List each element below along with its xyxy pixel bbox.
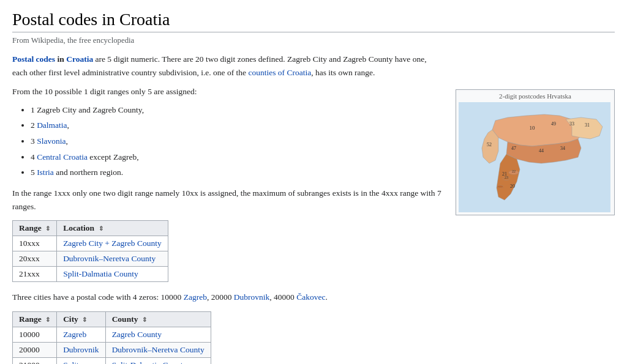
main-content: Postal codes in Croatia are 5 digit nume… xyxy=(12,53,443,364)
split-dalmatia-link[interactable]: Split-Dalmatia County xyxy=(63,269,138,278)
svg-text:44: 44 xyxy=(539,148,544,154)
table2-county-header[interactable]: County ⇕ xyxy=(105,311,211,327)
intro-text2: , has its own range. xyxy=(311,68,375,77)
svg-text:47: 47 xyxy=(511,146,516,151)
t2-city: Dubrovnik xyxy=(57,342,106,357)
table2-city-header[interactable]: City ⇕ xyxy=(57,311,106,327)
split-link[interactable]: Split xyxy=(63,360,79,364)
list-para: From the 10 possible 1 digit ranges only… xyxy=(12,85,443,98)
list-item: 1 Zagreb City and Zagreb County, xyxy=(31,102,443,118)
table1: Range ⇕ Location ⇕ 10xxx Zagreb City + Z… xyxy=(12,220,168,282)
svg-text:31: 31 xyxy=(585,122,590,128)
t1-range: 10xxx xyxy=(13,236,57,251)
list-item: 2 Dalmatia, xyxy=(31,117,443,133)
map-title: 2-digit postcodes Hrvatska xyxy=(459,92,612,100)
svg-text:20: 20 xyxy=(510,184,515,189)
t2-county: Dubrovnik–Neretva County xyxy=(105,342,211,357)
zagreb-city-county-link[interactable]: Zagreb City + Zagreb County xyxy=(63,239,162,248)
central-croatia-link[interactable]: Central Croatia xyxy=(37,152,88,162)
table1-range-header[interactable]: Range ⇕ xyxy=(13,221,57,236)
t2-city: Split xyxy=(57,357,106,364)
svg-text:22: 22 xyxy=(512,169,516,173)
table-row: 21xxx Split-Dalmatia County xyxy=(13,267,168,282)
dubrovnik-neretva-link[interactable]: Dubrovnik–Neretva County xyxy=(63,254,156,263)
svg-text:52: 52 xyxy=(487,142,492,147)
t2-city: Zagreb xyxy=(57,327,106,342)
list-item: 4 Central Croatia except Zagreb, xyxy=(31,149,443,165)
t2-range: 21000 xyxy=(13,357,57,364)
svg-text:10: 10 xyxy=(530,125,536,131)
dubrovnik-link2[interactable]: Dubrovnik xyxy=(63,345,99,354)
table-row: 20xxx Dubrovnik–Neretva County xyxy=(13,251,168,267)
t1-location: Zagreb City + Zagreb County xyxy=(57,236,168,251)
t2-range: 20000 xyxy=(13,342,57,357)
t1-location: Split-Dalmatia County xyxy=(57,267,168,282)
t1-range: 20xxx xyxy=(13,251,57,267)
table-row: 20000 Dubrovnik Dubrovnik–Neretva County xyxy=(13,342,211,357)
svg-text:33: 33 xyxy=(569,121,574,127)
postal-codes-link[interactable]: Postal codes xyxy=(12,54,55,64)
map-box: 2-digit postcodes Hrvatska xyxy=(456,89,615,215)
page-title: Postal codes in Croatia xyxy=(12,10,615,32)
t1-range: 21xxx xyxy=(13,267,57,282)
split-dalmatia-link2[interactable]: Split-Dalmatia County xyxy=(112,360,187,364)
map-container: 2-digit postcodes Hrvatska xyxy=(456,89,615,215)
range-para: In the range 1xxx only one two digit ran… xyxy=(12,187,443,213)
t2-county: Split-Dalmatia County xyxy=(105,357,211,364)
svg-text:49: 49 xyxy=(551,121,556,127)
t2-range: 10000 xyxy=(13,327,57,342)
croatia-link[interactable]: Croatia xyxy=(66,54,93,64)
map-svg: 10 49 33 31 47 44 34 21 20 52 22 23 xyxy=(459,102,610,212)
table-row: 10000 Zagreb Zagreb County xyxy=(13,327,211,342)
svg-text:23: 23 xyxy=(505,176,508,179)
zagreb-county-link[interactable]: Zagreb County xyxy=(112,330,162,339)
list-item: 3 Slavonia, xyxy=(31,133,443,149)
dubrovnik-link[interactable]: Dubrovnik xyxy=(234,292,270,302)
zagreb-link[interactable]: Zagreb xyxy=(184,292,207,302)
dalmatia-link[interactable]: Dalmatia xyxy=(37,121,67,130)
slavonia-link[interactable]: Slavonia xyxy=(37,136,66,146)
digit-list: 1 Zagreb City and Zagreb County, 2 Dalma… xyxy=(31,102,443,180)
svg-point-18 xyxy=(497,185,503,188)
intro-para1: Postal codes in Croatia are 5 digit nume… xyxy=(12,53,443,79)
three-cities-para: Three cities have a postal code with 4 z… xyxy=(12,291,443,304)
dubrovnik-neretva-link2[interactable]: Dubrovnik–Neretva County xyxy=(112,345,205,354)
subtitle: From Wikipedia, the free encyclopedia xyxy=(12,36,615,45)
table-row: 10xxx Zagreb City + Zagreb County xyxy=(13,236,168,251)
zagreb-link2[interactable]: Zagreb xyxy=(63,330,86,339)
istria-link[interactable]: Istria xyxy=(37,168,54,177)
list-item: 5 Istria and northern region. xyxy=(31,165,443,180)
cakovec-link[interactable]: Čakovec xyxy=(296,292,325,302)
table1-location-header[interactable]: Location ⇕ xyxy=(57,221,168,236)
counties-link[interactable]: counties of Croatia xyxy=(248,68,311,77)
table-row: 21000 Split Split-Dalmatia County xyxy=(13,357,211,364)
svg-text:34: 34 xyxy=(560,146,565,151)
t2-county: Zagreb County xyxy=(105,327,211,342)
table2: Range ⇕ City ⇕ County ⇕ 10000 Zagreb Zag… xyxy=(12,311,211,364)
t1-location: Dubrovnik–Neretva County xyxy=(57,251,168,267)
table2-range-header[interactable]: Range ⇕ xyxy=(13,311,57,327)
